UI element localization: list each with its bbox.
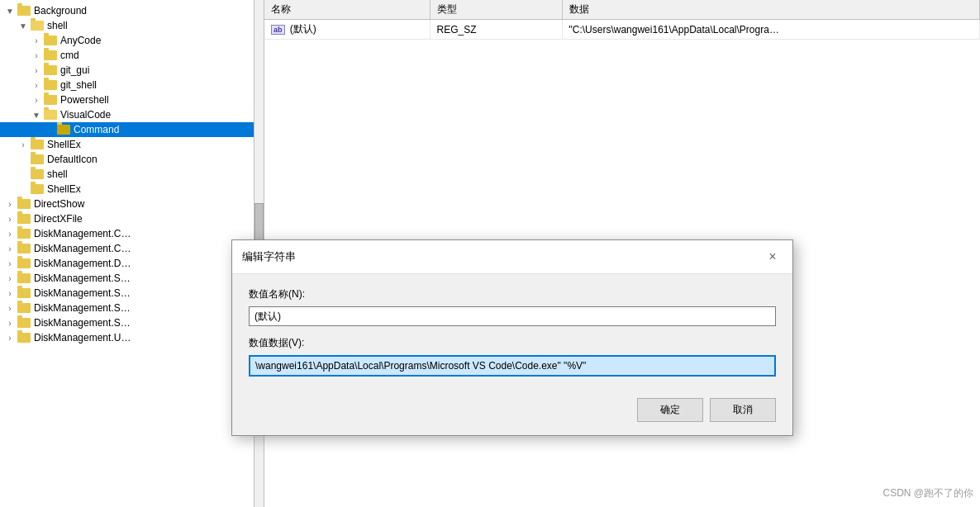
toggle-dm3: › bbox=[3, 259, 17, 268]
folder-icon-defaulticon bbox=[30, 154, 45, 165]
tree-label-command: Command bbox=[74, 124, 119, 135]
folder-icon-directxfile bbox=[17, 213, 31, 225]
tree-item-visualcode[interactable]: ▼ VisualCode bbox=[0, 107, 264, 122]
tree-item-dmu[interactable]: › DiskManagement.U… bbox=[0, 330, 264, 345]
tree-item-dm4[interactable]: › DiskManagement.S… bbox=[0, 271, 264, 286]
row-type: REG_SZ bbox=[430, 20, 562, 40]
folder-icon-powershell bbox=[43, 94, 58, 106]
tree-label-dm1: DiskManagement.C… bbox=[34, 228, 131, 239]
folder-icon-dm4 bbox=[17, 272, 31, 284]
tree-item-shell1[interactable]: ▼ shell bbox=[0, 18, 264, 33]
toggle-dm7: › bbox=[3, 319, 17, 328]
tree-label-directxfile: DirectXFile bbox=[34, 213, 83, 225]
tree-label-dm7: DiskManagement.S… bbox=[34, 317, 131, 329]
col-header-data: 数据 bbox=[562, 0, 980, 20]
tree-item-dm3[interactable]: › DiskManagement.D… bbox=[0, 256, 264, 271]
toggle-shellex1: › bbox=[17, 140, 30, 149]
tree-item-directshow[interactable]: › DirectShow bbox=[0, 197, 264, 211]
row-data: "C:\Users\wangwei161\AppData\Local\Progr… bbox=[562, 20, 980, 40]
tree-label-directshow: DirectShow bbox=[34, 198, 84, 210]
tree-item-dm1[interactable]: › DiskManagement.C… bbox=[0, 226, 264, 241]
folder-icon-dm1 bbox=[17, 228, 31, 239]
toggle-anycode: › bbox=[30, 36, 43, 45]
tree-item-directxfile[interactable]: › DirectXFile bbox=[0, 211, 264, 226]
folder-icon-cmd bbox=[43, 50, 58, 61]
tree-item-anycode[interactable]: › AnyCode bbox=[0, 33, 264, 48]
tree-label-shellex2: ShellEx bbox=[47, 183, 81, 195]
toggle-powershell: › bbox=[30, 96, 43, 105]
dialog-title: 编辑字符串 bbox=[242, 249, 296, 264]
dialog-body: 数值名称(N): 数值数据(V): bbox=[232, 274, 792, 390]
tree-item-shell2[interactable]: shell bbox=[0, 167, 264, 182]
folder-icon-shellex1 bbox=[30, 139, 45, 150]
value-input[interactable] bbox=[249, 355, 776, 377]
tree-label-dmu: DiskManagement.U… bbox=[34, 332, 131, 344]
tree-item-shellex1[interactable]: › ShellEx bbox=[0, 137, 264, 152]
folder-icon-anycode bbox=[43, 35, 58, 46]
tree-label-git-shell: git_shell bbox=[60, 79, 97, 91]
toggle-git-gui: › bbox=[30, 66, 43, 75]
folder-icon-git-gui bbox=[43, 64, 58, 76]
tree-item-command[interactable]: Command bbox=[0, 122, 264, 137]
folder-icon-background bbox=[17, 5, 31, 17]
folder-icon-dm5 bbox=[17, 287, 31, 299]
col-header-name: 名称 bbox=[264, 0, 430, 20]
folder-icon-dm3 bbox=[17, 258, 31, 269]
toggle-shell2 bbox=[17, 170, 30, 179]
toggle-directshow: › bbox=[3, 200, 17, 209]
toggle-dmu: › bbox=[3, 334, 17, 343]
toggle-shell1: ▼ bbox=[17, 21, 30, 31]
value-label: 数值数据(V): bbox=[249, 336, 776, 350]
tree-item-defaulticon[interactable]: DefaultIcon bbox=[0, 152, 264, 167]
folder-icon-dm7 bbox=[17, 317, 31, 329]
tree-label-dm5: DiskManagement.S… bbox=[34, 287, 131, 299]
toggle-dm2: › bbox=[3, 244, 17, 254]
folder-icon-dm6 bbox=[17, 302, 31, 314]
toggle-cmd: › bbox=[30, 51, 43, 60]
tree-item-dm2[interactable]: › DiskManagement.C… bbox=[0, 241, 264, 256]
row-name: ab (默认) bbox=[264, 20, 430, 40]
tree-label-dm4: DiskManagement.S… bbox=[34, 272, 131, 284]
toggle-command bbox=[43, 126, 56, 135]
toggle-visualcode: ▼ bbox=[30, 111, 43, 120]
toggle-dm1: › bbox=[3, 230, 17, 239]
folder-icon-directshow bbox=[17, 198, 31, 210]
dialog-titlebar: 编辑字符串 × bbox=[232, 240, 792, 274]
name-input[interactable] bbox=[249, 306, 776, 326]
watermark: CSDN @跑不了的你 bbox=[882, 486, 973, 500]
tree-label-shellex1: ShellEx bbox=[47, 139, 81, 150]
col-header-type: 类型 bbox=[430, 0, 562, 20]
tree-label-background: Background bbox=[34, 5, 87, 17]
tree-item-dm7[interactable]: › DiskManagement.S… bbox=[0, 315, 264, 330]
toggle-directxfile: › bbox=[3, 215, 17, 224]
tree-label-git-gui: git_gui bbox=[60, 64, 89, 76]
toggle-dm4: › bbox=[3, 274, 17, 283]
toggle-defaulticon bbox=[17, 155, 30, 164]
tree-label-anycode: AnyCode bbox=[60, 35, 101, 46]
tree-item-dm5[interactable]: › DiskManagement.S… bbox=[0, 286, 264, 301]
toggle-dm6: › bbox=[3, 304, 17, 313]
dialog-close-button[interactable]: × bbox=[763, 247, 783, 267]
tree-label-defaulticon: DefaultIcon bbox=[47, 154, 98, 165]
tree-item-background[interactable]: ▼ Background bbox=[0, 3, 264, 18]
tree-label-dm6: DiskManagement.S… bbox=[34, 302, 131, 314]
tree-label-dm2: DiskManagement.C… bbox=[34, 243, 131, 254]
tree-item-git-shell[interactable]: › git_shell bbox=[0, 78, 264, 92]
folder-icon-shellex2 bbox=[30, 183, 45, 195]
tree-item-powershell[interactable]: › Powershell bbox=[0, 92, 264, 107]
folder-icon-git-shell bbox=[43, 79, 58, 91]
ok-button[interactable]: 确定 bbox=[637, 398, 703, 422]
table-row[interactable]: ab (默认) REG_SZ "C:\Users\wangwei161\AppD… bbox=[264, 20, 980, 40]
tree-item-shellex2[interactable]: ShellEx bbox=[0, 182, 264, 197]
reg-type-icon: ab bbox=[271, 25, 285, 35]
tree-label-dm3: DiskManagement.D… bbox=[34, 258, 131, 269]
folder-icon-dm2 bbox=[17, 243, 31, 254]
tree-label-visualcode: VisualCode bbox=[60, 109, 111, 121]
folder-icon-shell1 bbox=[30, 20, 45, 31]
tree-label-cmd: cmd bbox=[60, 50, 79, 61]
cancel-button[interactable]: 取消 bbox=[710, 398, 776, 422]
folder-icon-shell2 bbox=[30, 168, 45, 180]
tree-item-git-gui[interactable]: › git_gui bbox=[0, 63, 264, 78]
tree-item-cmd[interactable]: › cmd bbox=[0, 48, 264, 63]
tree-item-dm6[interactable]: › DiskManagement.S… bbox=[0, 301, 264, 315]
